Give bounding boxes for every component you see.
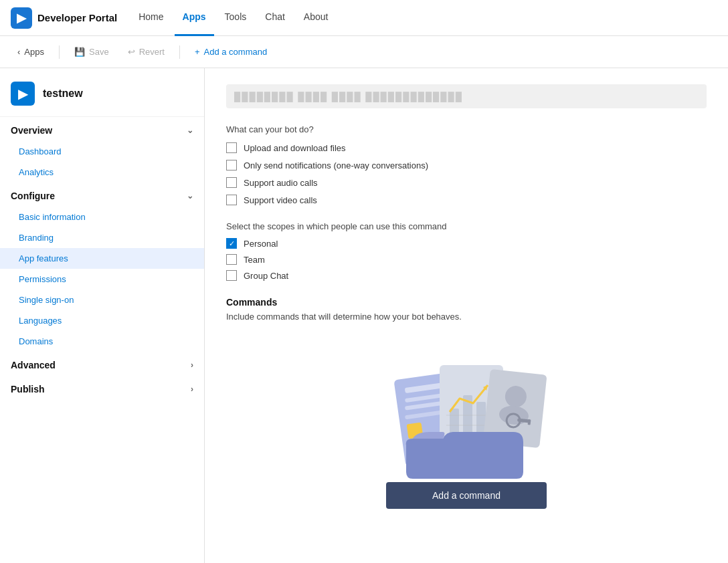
content-inner: ████████ ████ ████ █████████████ What ca… [205, 68, 728, 563]
nav-apps[interactable]: Apps [175, 0, 214, 36]
advanced-section: Advanced › [0, 352, 204, 376]
add-command-toolbar-label: Add a command [204, 47, 268, 57]
blurred-text: ████████ ████ ████ █████████████ [234, 92, 463, 102]
scope-team-checkbox[interactable] [226, 254, 237, 265]
advanced-section-header[interactable]: Advanced › [0, 352, 204, 376]
app-icon: ▶ [11, 82, 35, 106]
scope-title: Select the scopes in which people can us… [226, 221, 707, 231]
commands-desc: Include commands that will determine how… [226, 312, 707, 322]
publish-section: Publish › [0, 376, 204, 400]
overview-section: Overview ⌄ Dashboard Analytics [0, 117, 204, 183]
save-label: Save [89, 47, 109, 57]
sidebar-item-domains[interactable]: Domains [0, 331, 204, 352]
configure-label: Configure [11, 191, 55, 201]
nav-chat[interactable]: Chat [257, 0, 293, 36]
save-icon: 💾 [74, 47, 85, 57]
capability-audio-checkbox[interactable] [226, 177, 237, 188]
sidebar-item-single-sign-on[interactable]: Single sign-on [0, 290, 204, 310]
bot-section-question: What can your bot do? [226, 124, 707, 134]
app-header: ▶ testnew [0, 68, 204, 117]
app-name: testnew [43, 88, 83, 100]
scope-personal-label: Personal [244, 239, 278, 249]
plus-icon: + [195, 47, 200, 57]
add-command-toolbar-button[interactable]: + Add a command [188, 43, 274, 61]
brand-name: Developer Portal [37, 12, 117, 23]
back-to-apps-button[interactable]: ‹ Apps [11, 43, 51, 61]
capability-upload-download-label: Upload and download files [244, 143, 346, 153]
scope-group-chat: Group Chat [226, 270, 707, 281]
sidebar-item-permissions[interactable]: Permissions [0, 269, 204, 290]
publish-label: Publish [11, 384, 45, 395]
capability-upload-download-checkbox[interactable] [226, 142, 237, 153]
capability-notifications-checkbox[interactable] [226, 160, 237, 171]
nav-home[interactable]: Home [130, 0, 171, 36]
chevron-down-icon-2: ⌄ [187, 191, 193, 201]
scope-items: Personal Team Group Chat [226, 238, 707, 281]
commands-title: Commands [226, 297, 707, 308]
overview-section-header[interactable]: Overview ⌄ [0, 117, 204, 141]
blurred-input-area: ████████ ████ ████ █████████████ [226, 84, 707, 108]
scope-personal: Personal [226, 238, 707, 249]
capability-audio-label: Support audio calls [244, 178, 318, 188]
chevron-right-icon: › [191, 360, 193, 370]
capability-upload-download: Upload and download files [226, 142, 707, 153]
scope-group-chat-label: Group Chat [244, 271, 288, 281]
add-command-button[interactable]: Add a command [386, 482, 547, 509]
sidebar-item-app-features[interactable]: App features [0, 248, 204, 269]
svg-rect-7 [450, 409, 459, 435]
scope-personal-checkbox[interactable] [226, 238, 237, 249]
nav-items: Home Apps Tools Chat About [130, 0, 336, 36]
chevron-down-icon: ⌄ [187, 126, 193, 135]
back-icon: ‹ [17, 47, 20, 57]
empty-state-illustration [379, 348, 553, 482]
capability-video: Support video calls [226, 195, 707, 205]
separator [59, 45, 60, 59]
publish-section-header[interactable]: Publish › [0, 376, 204, 400]
scope-section: Select the scopes in which people can us… [226, 221, 707, 281]
nav-about[interactable]: About [296, 0, 337, 36]
capability-notifications: Only send notifications (one-way convers… [226, 160, 707, 171]
capability-notifications-label: Only send notifications (one-way convers… [244, 160, 428, 171]
bot-capabilities-group: Upload and download files Only send noti… [226, 142, 707, 205]
brand-logo: ▶ [11, 7, 32, 29]
revert-label: Revert [139, 47, 165, 57]
sidebar-item-basic-information[interactable]: Basic information [0, 207, 204, 227]
back-label: Apps [24, 47, 44, 57]
illustration-area: Add a command [226, 335, 707, 529]
top-navigation: ▶ Developer Portal Home Apps Tools Chat … [0, 0, 728, 36]
sidebar-item-languages[interactable]: Languages [0, 310, 204, 331]
sidebar: ▶ testnew Overview ⌄ Dashboard Analytics… [0, 68, 205, 563]
configure-section: Configure ⌄ Basic information Branding A… [0, 183, 204, 352]
commands-section: Commands Include commands that will dete… [226, 297, 707, 322]
scope-group-chat-checkbox[interactable] [226, 270, 237, 281]
capability-video-checkbox[interactable] [226, 195, 237, 205]
revert-button[interactable]: ↩ Revert [121, 43, 171, 61]
main-content: ████████ ████ ████ █████████████ What ca… [205, 68, 728, 563]
sidebar-item-analytics[interactable]: Analytics [0, 162, 204, 183]
scope-team-label: Team [244, 255, 265, 265]
nav-tools[interactable]: Tools [217, 0, 255, 36]
overview-label: Overview [11, 125, 52, 136]
sidebar-item-branding[interactable]: Branding [0, 227, 204, 248]
advanced-label: Advanced [11, 360, 56, 370]
sidebar-item-dashboard[interactable]: Dashboard [0, 141, 204, 162]
capability-audio: Support audio calls [226, 177, 707, 188]
save-button[interactable]: 💾 Save [68, 43, 116, 61]
scope-team: Team [226, 254, 707, 265]
configure-section-header[interactable]: Configure ⌄ [0, 183, 204, 207]
capability-video-label: Support video calls [244, 195, 317, 205]
toolbar: ‹ Apps 💾 Save ↩ Revert + Add a command [0, 36, 728, 68]
main-layout: ▶ testnew Overview ⌄ Dashboard Analytics… [0, 68, 728, 563]
chevron-right-icon-2: › [191, 384, 193, 394]
revert-icon: ↩ [128, 47, 135, 57]
separator-2 [179, 45, 180, 59]
svg-rect-19 [528, 419, 531, 425]
